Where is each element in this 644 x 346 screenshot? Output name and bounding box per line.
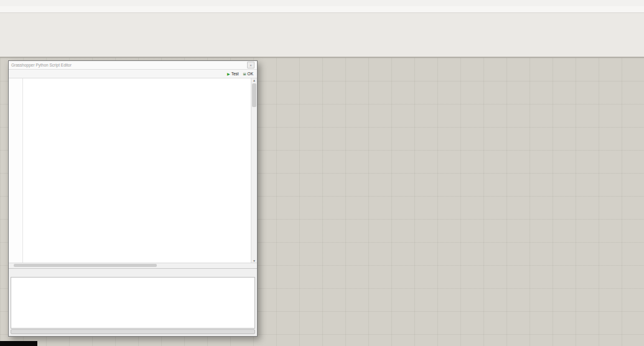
python-script-editor-window[interactable]: Grasshopper Python Script Editor × ▶Test… (8, 60, 258, 337)
editor-title: Grasshopper Python Script Editor (11, 63, 72, 67)
output-list (11, 277, 255, 329)
component-tabbar (0, 6, 644, 13)
fold-margin[interactable] (23, 78, 27, 263)
code-text[interactable] (27, 78, 257, 263)
menubar (0, 0, 644, 6)
editor-titlebar[interactable]: Grasshopper Python Script Editor × (9, 61, 257, 70)
ok-button[interactable]: ⊞OK (243, 72, 253, 76)
line-number-gutter (9, 78, 23, 263)
component-toolbar (0, 13, 644, 57)
code-area[interactable]: ▲▼ (9, 78, 257, 263)
editor-actions: ▶Test ⊞OK (227, 72, 257, 76)
horizontal-scrollbar[interactable] (9, 263, 257, 268)
grid-icon: ⊞ (243, 72, 246, 76)
test-button[interactable]: ▶Test (227, 72, 239, 76)
vertical-scrollbar[interactable]: ▲▼ (251, 78, 257, 263)
play-icon: ▶ (227, 72, 230, 76)
scroll-thumb[interactable] (14, 264, 157, 267)
bottom-left-black-strip (0, 341, 37, 346)
output-tabbar (9, 268, 257, 277)
editor-statusbar (9, 329, 257, 336)
scroll-thumb[interactable] (252, 83, 256, 107)
editor-menubar: ▶Test ⊞OK (9, 70, 257, 78)
status-progress (11, 329, 255, 334)
grasshopper-window: Grasshopper Python Script Editor × ▶Test… (0, 0, 644, 346)
close-icon[interactable]: × (247, 62, 254, 68)
